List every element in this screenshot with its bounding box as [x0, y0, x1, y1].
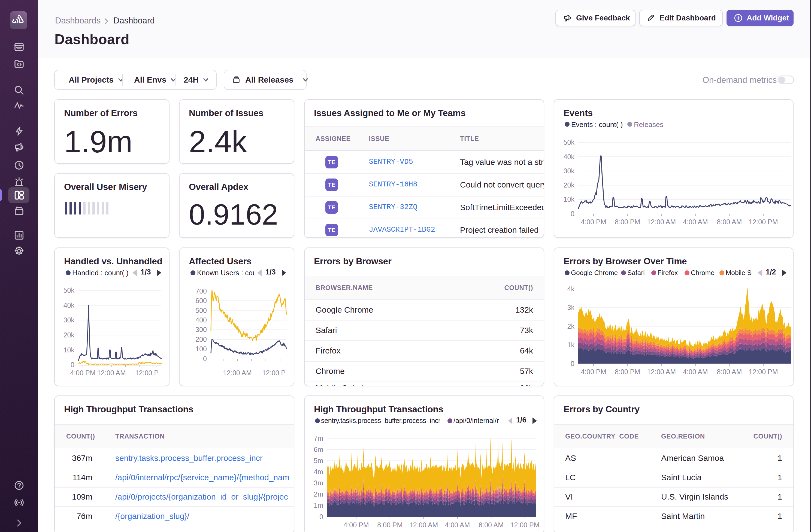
svg-text:0: 0 [319, 513, 323, 520]
svg-text:4:00 AM: 4:00 AM [683, 218, 708, 226]
svg-text:3m: 3m [313, 479, 323, 487]
svg-text:40k: 40k [564, 153, 575, 161]
svg-text:10k: 10k [564, 195, 575, 203]
svg-text:0: 0 [571, 210, 575, 217]
svg-text:12:00 PM: 12:00 PM [749, 218, 778, 226]
svg-text:12:00 AM: 12:00 AM [409, 521, 438, 529]
svg-text:50k: 50k [63, 286, 75, 294]
svg-text:0: 0 [571, 360, 575, 367]
svg-text:4k: 4k [567, 285, 575, 293]
svg-text:500: 500 [195, 307, 207, 314]
svg-text:7m: 7m [313, 435, 323, 442]
svg-text:12:00 AM: 12:00 AM [97, 369, 126, 377]
svg-text:3k: 3k [567, 304, 575, 311]
svg-text:600: 600 [195, 297, 207, 304]
svg-text:200: 200 [195, 335, 207, 343]
svg-text:12:00 P: 12:00 P [262, 369, 286, 377]
svg-text:6m: 6m [313, 445, 323, 453]
svg-text:400: 400 [195, 316, 207, 324]
svg-text:8:00 PM: 8:00 PM [615, 368, 640, 376]
svg-text:700: 700 [195, 287, 207, 295]
svg-text:12:00 AM: 12:00 AM [647, 218, 676, 226]
svg-text:8:00 PM: 8:00 PM [615, 218, 640, 226]
svg-text:12:00 PM: 12:00 PM [510, 521, 539, 529]
svg-text:12:00 P: 12:00 P [135, 369, 158, 377]
svg-text:12:00 AM: 12:00 AM [647, 368, 676, 376]
svg-text:2k: 2k [567, 322, 575, 330]
svg-text:4:00 AM: 4:00 AM [445, 521, 470, 529]
svg-text:1m: 1m [313, 501, 323, 509]
svg-text:4:00 PM: 4:00 PM [343, 521, 369, 529]
svg-text:12:00 PM: 12:00 PM [749, 368, 778, 376]
svg-text:12:00 AM: 12:00 AM [223, 369, 252, 377]
svg-text:2m: 2m [313, 490, 323, 498]
svg-text:100: 100 [195, 345, 207, 353]
svg-text:4:00 PM: 4:00 PM [70, 369, 95, 377]
svg-text:4:00 AM: 4:00 AM [683, 368, 708, 376]
svg-text:30k: 30k [564, 167, 575, 175]
svg-text:8:00 AM: 8:00 AM [717, 368, 742, 376]
svg-text:8:00 AM: 8:00 AM [717, 218, 742, 226]
svg-text:40k: 40k [63, 301, 75, 309]
svg-text:8:00 PM: 8:00 PM [377, 521, 402, 529]
svg-text:8:00 AM: 8:00 AM [478, 521, 504, 529]
svg-text:300: 300 [195, 326, 207, 333]
svg-text:20k: 20k [63, 331, 75, 339]
svg-text:4m: 4m [313, 468, 323, 475]
svg-text:20k: 20k [564, 181, 575, 189]
svg-text:50k: 50k [564, 138, 575, 146]
svg-text:0: 0 [203, 355, 207, 363]
svg-text:0: 0 [71, 361, 74, 368]
svg-text:30k: 30k [63, 316, 75, 324]
svg-text:5m: 5m [313, 457, 323, 465]
svg-text:4:00 PM: 4:00 PM [581, 368, 606, 376]
svg-text:4:00 PM: 4:00 PM [581, 218, 606, 226]
svg-text:1k: 1k [567, 341, 575, 349]
svg-text:10k: 10k [63, 346, 75, 354]
